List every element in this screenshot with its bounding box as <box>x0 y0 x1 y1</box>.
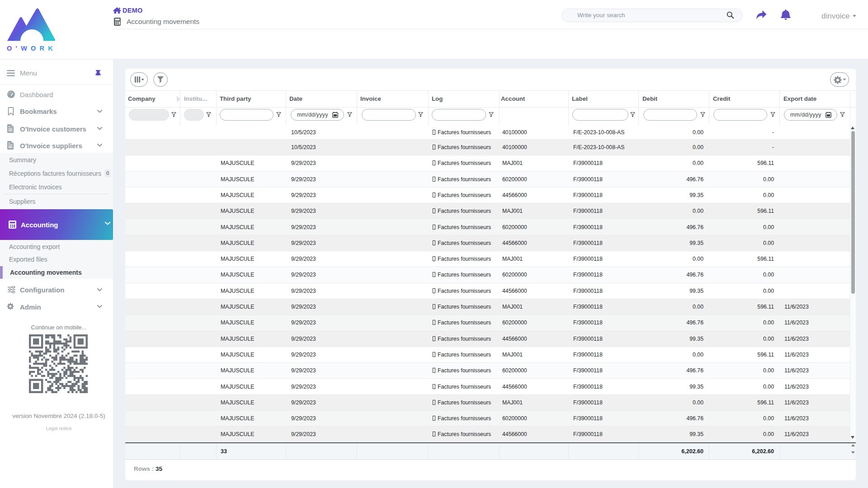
svg-text:O'WORK: O'WORK <box>7 45 57 52</box>
